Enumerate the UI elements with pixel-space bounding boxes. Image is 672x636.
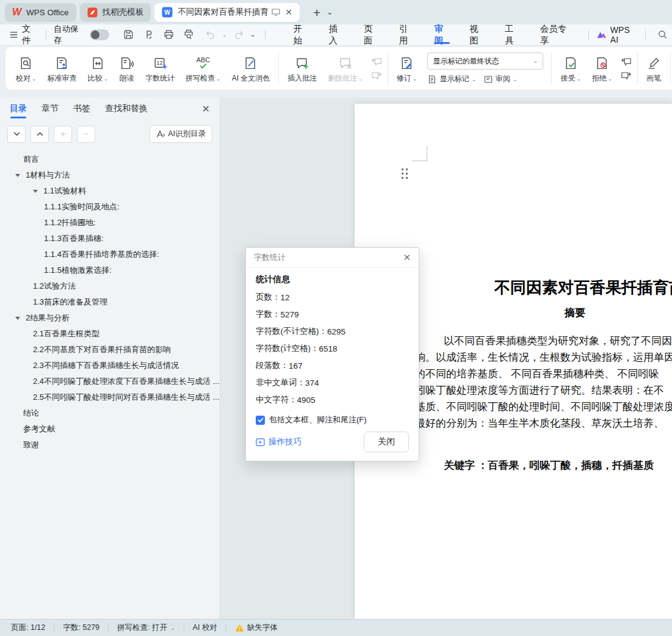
toc-item[interactable]: 1.2试验方法 [0,278,220,294]
ai-polish-button[interactable]: AI 全文润色 [226,49,276,87]
delete-comment-button[interactable]: 删除批注⌄ [322,49,369,87]
menu-tab[interactable]: 会员专享 [530,24,581,45]
toc-expand-button[interactable]: ＋ [54,126,72,143]
undo-chevron-icon[interactable]: ⌄ [222,32,227,38]
insert-comment-button[interactable]: 插入批注 [282,49,322,87]
save-icon[interactable] [123,29,134,40]
proofread-icon [18,53,34,73]
toc-item[interactable]: 前言 [0,151,220,167]
tab-docer-templates[interactable]: 找稻壳模板 [80,3,151,22]
review-pane-button[interactable]: 审阅⌄ [483,74,518,84]
autosave-toggle[interactable] [90,29,109,40]
status-page-indicator[interactable]: 页面: 1/12 [11,623,45,633]
toc-item[interactable]: 2.3不同插穗下百香果插穗生长与成活情况 [0,358,220,374]
sidebar-tab[interactable]: 目录 [10,98,27,120]
include-footnotes-checkbox[interactable]: 包括文本框、脚注和尾注(F) [256,414,409,425]
wps-ai-button[interactable]: WPS AI [596,25,638,45]
toc-collapse-button[interactable]: － [77,126,95,143]
close-button[interactable]: 关闭 [364,432,409,452]
menu-tab[interactable]: 工具 [495,24,530,45]
collapse-arrow-icon[interactable] [15,317,20,320]
dialog-close-icon[interactable]: ✕ [403,252,411,263]
standard-review-button[interactable]: 标准审查 [42,49,82,87]
next-change-icon[interactable] [621,71,632,80]
tab-wps-office[interactable]: W WPS Office [5,3,76,22]
menu-tab[interactable]: 插入 [319,24,354,45]
file-menu-label: 文件 [22,23,38,46]
toc-next-heading-button[interactable] [7,126,26,143]
tab-wps-office-label: WPS Office [26,8,69,17]
toc-item[interactable]: 2.4不同吲哚丁酸处理浓度下百香果插穗生长与成活 ... [0,374,220,389]
sidebar-tab[interactable]: 书签 [73,98,90,120]
show-markup-button[interactable]: 显示标记⌄ [427,74,476,84]
undo-icon[interactable] [205,29,216,40]
menu-tab[interactable]: 开始 [284,24,319,45]
toc-item[interactable]: 致谢 [0,437,220,453]
wps-logo-icon: W [12,7,21,18]
collapse-arrow-icon[interactable] [33,190,38,193]
collapse-arrow-icon[interactable] [15,174,20,177]
ai-polish-icon [243,53,258,73]
tab-document[interactable]: W 不同因素对百香果扦插育苗的 ✕ [154,3,300,22]
toc-item[interactable]: 1.1.3百香果插穗: [0,231,220,247]
sidebar-close-icon[interactable]: ✕ [202,103,210,115]
file-menu[interactable]: 文件 [10,23,38,46]
ai-recognize-toc-button[interactable]: AI识别目录 [150,125,212,143]
reject-button[interactable]: 拒绝⌄ [587,49,618,87]
track-changes-button[interactable]: 修订⌄ [391,49,423,87]
toc-item[interactable]: 1材料与方法 [0,167,220,183]
menu-tab[interactable]: 审阅 [425,24,460,45]
drag-handle-icon[interactable] [402,168,408,179]
menu-tab[interactable]: 视图 [460,24,495,45]
stat-label: 字符数(计空格)： [256,343,319,354]
word-count-button[interactable]: 12 字数统计 [140,49,180,87]
stat-row: 字符数(不计空格)： 6295 [256,323,409,340]
status-ai-proofread[interactable]: AI 校对 [193,623,217,633]
status-missing-font[interactable]: 缺失字体 [235,623,278,633]
status-spellcheck[interactable]: 拼写检查: 打开 ⌄ [117,623,175,633]
tab-close-icon[interactable]: ✕ [285,7,292,17]
print-preview-icon[interactable] [183,29,195,40]
toc-item[interactable]: 1.1试验材料 [0,183,220,199]
toc-item[interactable]: 参考文献 [0,421,220,437]
screen-share-icon[interactable] [272,9,280,16]
accept-button[interactable]: 接受⌄ [555,49,587,87]
sidebar-tab[interactable]: 查找和替换 [105,98,148,120]
redo-icon[interactable] [233,29,244,40]
toc-item[interactable]: 2.2不同基质下对百香果扦插育苗的影响 [0,342,220,358]
proofread-button[interactable]: 校对⌄ [10,49,42,87]
toc-item[interactable]: 2.5不同吲哚丁酸处理时间对百香果插穗生长与成活 ... [0,389,220,405]
new-tab-button[interactable]: + [313,6,320,19]
dialog-title: 字数统计 [254,252,286,263]
toc-item[interactable]: 1.1.4百香果扦插培养基质的选择: [0,247,220,262]
ink-button[interactable]: 画笔 [641,49,667,87]
status-word-count[interactable]: 字数: 5279 [63,623,99,633]
toc-item[interactable]: 2.1百香果生根类型 [0,326,220,342]
sidebar-tab[interactable]: 章节 [42,98,59,120]
read-aloud-button[interactable]: 朗读 [114,49,140,87]
text-line: 影响。以成活率，生长情况，生根数为试验指标，运用单因 [405,349,672,366]
quickbar-chevron-icon[interactable]: ⌄ [250,31,256,38]
export-pdf-icon[interactable] [143,29,154,40]
tab-list-chevron-icon[interactable]: ⌄ [327,8,333,16]
menu-tab[interactable]: 引用 [389,24,425,45]
toc-item[interactable]: 1.1.5植物激素选择: [0,262,220,278]
tips-link[interactable]: 操作技巧 [256,436,302,447]
toc-item[interactable]: 1.1.2扦插圃地: [0,215,220,231]
toc-item[interactable]: 1.1.1实验时间及地点: [0,199,220,215]
dialog-header[interactable]: 字数统计 ✕ [246,248,419,268]
ai-recognize-toc-label: AI识别目录 [168,129,206,139]
print-icon[interactable] [163,29,175,40]
compare-button[interactable]: 比较⌄ [82,49,114,87]
markup-state-select[interactable]: 显示标记的最终状态 ⌄ [427,52,543,70]
previous-change-icon[interactable] [621,57,632,66]
toc-item[interactable]: 结论 [0,405,220,421]
previous-comment-icon[interactable] [371,57,382,66]
search-icon[interactable] [657,29,668,40]
next-comment-icon[interactable] [371,71,382,80]
toc-previous-heading-button[interactable] [31,126,49,143]
toc-item[interactable]: 2结果与分析 [0,310,220,326]
spell-check-button[interactable]: ABC 拼写检查⌄ [180,49,226,87]
toc-item[interactable]: 1.3苗床的准备及管理 [0,294,220,310]
menu-tab[interactable]: 页面 [354,24,389,45]
